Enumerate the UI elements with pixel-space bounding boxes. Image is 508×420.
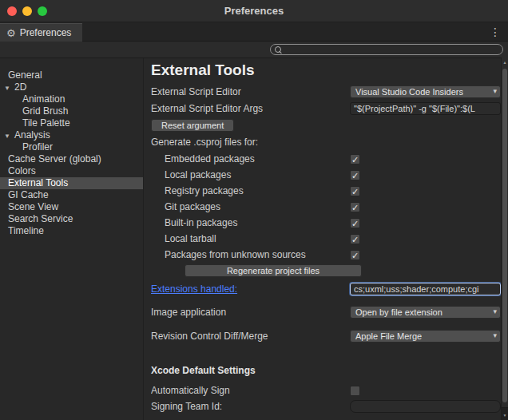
sidebar-item-search-service[interactable]: Search Service: [0, 213, 143, 225]
check-icon: ✓: [351, 171, 359, 180]
xcode-settings-heading: Xcode Default Settings: [151, 365, 501, 378]
check-icon: ✓: [351, 155, 359, 164]
sidebar-item-profiler[interactable]: Profiler: [0, 141, 143, 153]
page-title: External Tools: [151, 61, 501, 79]
script-editor-args-input[interactable]: [350, 102, 501, 115]
row-external-script-editor: External Script Editor Visual Studio Cod…: [151, 85, 501, 98]
search-icon: [275, 46, 281, 53]
scroll-up-arrow-icon[interactable]: ▲: [502, 60, 508, 65]
row-built-in-packages: Built-in packages ✓: [151, 216, 501, 229]
sidebar-item-colors[interactable]: Colors: [0, 165, 143, 177]
reset-argument-button[interactable]: Reset argument: [151, 119, 234, 132]
chevron-down-icon: ▾: [493, 87, 497, 95]
csproj-section-label: Generate .csproj files for:: [151, 137, 501, 149]
search-field[interactable]: [270, 44, 503, 55]
zoom-window-button[interactable]: [38, 6, 47, 16]
check-icon: ✓: [351, 203, 359, 212]
row-image-application: Image application Open by file extension…: [151, 306, 501, 319]
external-script-editor-value: Visual Studio Code Insiders: [355, 87, 463, 97]
revision-control-value: Apple File Merge: [355, 331, 422, 341]
regenerate-project-files-button[interactable]: Regenerate project files: [185, 264, 362, 277]
script-editor-args-label: External Script Editor Args: [151, 103, 350, 114]
row-registry-packages: Registry packages ✓: [151, 184, 501, 197]
sidebar-item-timeline[interactable]: Timeline: [0, 225, 143, 237]
checkbox-built-in-packages[interactable]: ✓: [350, 218, 360, 228]
row-git-packages: Git packages ✓: [151, 200, 501, 213]
chevron-down-icon: ▾: [493, 307, 497, 315]
search-toolbar: [0, 42, 508, 58]
checkbox-local-packages[interactable]: ✓: [350, 170, 360, 180]
title-bar: Preferences: [0, 0, 508, 22]
sidebar-item-scene-view[interactable]: Scene View: [0, 201, 143, 213]
revision-control-label: Revision Control Diff/Merge: [151, 331, 350, 342]
extensions-handled-input[interactable]: [350, 283, 501, 295]
check-icon: ✓: [351, 219, 359, 228]
search-input[interactable]: [281, 45, 502, 54]
settings-tree: General ▼ 2D Animation Grid Brush Tile P…: [0, 58, 144, 420]
tab-menu-button[interactable]: ⋮: [487, 22, 503, 42]
revision-control-dropdown[interactable]: Apple File Merge ▾: [350, 330, 501, 343]
chevron-down-icon: ▾: [493, 331, 497, 339]
check-icon: ✓: [351, 235, 359, 244]
row-signing-team-id: Signing Team Id:: [151, 400, 501, 413]
expand-arrow-icon[interactable]: ▼: [4, 82, 10, 94]
checkbox-packages-unknown-sources[interactable]: ✓: [350, 250, 360, 260]
checkbox-automatically-sign[interactable]: [350, 386, 360, 396]
sidebar-item-cache-server[interactable]: Cache Server (global): [0, 153, 143, 165]
check-icon: ✓: [351, 187, 359, 196]
sidebar-item-external-tools[interactable]: External Tools: [0, 177, 143, 189]
external-script-editor-label: External Script Editor: [151, 86, 350, 97]
image-application-value: Open by file extension: [355, 307, 443, 317]
minimize-window-button[interactable]: [22, 6, 32, 16]
row-script-editor-args: External Script Editor Args: [151, 102, 501, 115]
row-local-tarball: Local tarball ✓: [151, 232, 501, 245]
checkbox-registry-packages[interactable]: ✓: [350, 186, 360, 196]
row-reset-argument: Reset argument: [151, 119, 501, 132]
row-embedded-packages: Embedded packages ✓: [151, 153, 501, 165]
preferences-window: { "window": { "title": "Preferences", "t…: [0, 0, 508, 420]
tab-strip: ⚙ Preferences ⋮: [0, 22, 508, 42]
row-automatically-sign: Automatically Sign: [151, 384, 501, 397]
sidebar-item-2d[interactable]: ▼ 2D: [0, 81, 143, 93]
image-application-dropdown[interactable]: Open by file extension ▾: [350, 306, 501, 319]
checkbox-git-packages[interactable]: ✓: [350, 202, 360, 212]
row-revision-control: Revision Control Diff/Merge Apple File M…: [151, 330, 501, 343]
scroll-down-arrow-icon[interactable]: ▼: [503, 413, 507, 418]
checkbox-embedded-packages[interactable]: ✓: [350, 154, 360, 164]
window-title: Preferences: [0, 0, 508, 22]
expand-arrow-icon[interactable]: ▼: [4, 130, 10, 142]
row-extensions-handled: Extensions handled:: [151, 282, 501, 296]
sidebar-item-grid-brush[interactable]: Grid Brush: [0, 105, 143, 117]
vertical-scrollbar[interactable]: ▲ ▼: [501, 57, 508, 420]
signing-team-id-input[interactable]: [350, 400, 501, 413]
sidebar-item-animation[interactable]: Animation: [0, 93, 143, 105]
row-regenerate: Regenerate project files: [151, 264, 501, 277]
scrollbar-thumb[interactable]: [502, 69, 507, 402]
gear-icon: ⚙: [6, 28, 16, 38]
tab-label: Preferences: [20, 27, 72, 38]
external-tools-panel: External Tools External Script Editor Vi…: [145, 57, 501, 420]
check-icon: ✓: [351, 251, 359, 260]
sidebar-item-general[interactable]: General: [0, 69, 143, 81]
scrollbar-corner[interactable]: ▼: [502, 407, 508, 420]
automatically-sign-label: Automatically Sign: [151, 385, 350, 396]
sidebar-item-gi-cache[interactable]: GI Cache: [0, 189, 143, 201]
close-window-button[interactable]: [7, 6, 17, 16]
sidebar-item-tile-palette[interactable]: Tile Palette: [0, 117, 143, 129]
row-packages-unknown-sources: Packages from unknown sources ✓: [151, 248, 501, 261]
row-local-packages: Local packages ✓: [151, 168, 501, 181]
sidebar-item-analysis[interactable]: ▼ Analysis: [0, 129, 143, 141]
external-script-editor-dropdown[interactable]: Visual Studio Code Insiders ▾: [350, 85, 501, 98]
extensions-handled-link[interactable]: Extensions handled:: [151, 283, 350, 295]
tab-preferences[interactable]: ⚙ Preferences: [0, 23, 82, 42]
image-application-label: Image application: [151, 307, 350, 318]
signing-team-id-label: Signing Team Id:: [151, 401, 350, 412]
checkbox-local-tarball[interactable]: ✓: [350, 234, 360, 244]
